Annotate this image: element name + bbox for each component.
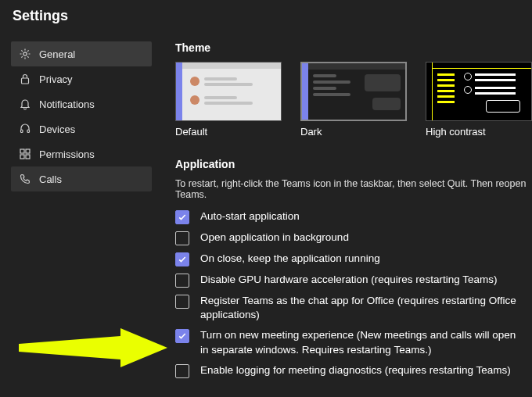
- theme-label: Default: [175, 126, 282, 138]
- theme-heading: Theme: [175, 41, 532, 54]
- svg-rect-7: [26, 155, 30, 159]
- checkbox-icon: [175, 210, 189, 224]
- headset-icon: [19, 123, 31, 135]
- checkbox-icon: [175, 252, 189, 266]
- bell-icon: [19, 98, 31, 110]
- apps-icon: [19, 148, 31, 160]
- application-heading: Application: [175, 158, 532, 170]
- svg-rect-2: [21, 130, 23, 133]
- checkbox-icon: [175, 274, 189, 288]
- theme-label: Dark: [300, 126, 407, 138]
- gear-icon: [19, 48, 31, 60]
- check-on-close-keep-running[interactable]: On close, keep the application running: [175, 252, 532, 266]
- sidebar-item-label: Devices: [39, 123, 75, 135]
- sidebar-item-label: Privacy: [39, 73, 73, 85]
- svg-rect-5: [26, 149, 30, 153]
- check-auto-start[interactable]: Auto-start application: [175, 209, 532, 224]
- lock-icon: [19, 73, 31, 85]
- check-label: Register Teams as the chat app for Offic…: [200, 294, 521, 322]
- sidebar-item-calls[interactable]: Calls: [11, 166, 152, 191]
- svg-rect-1: [22, 78, 29, 84]
- svg-rect-4: [20, 149, 24, 153]
- settings-main: Theme Default: [175, 41, 532, 397]
- check-disable-gpu[interactable]: Disable GPU hardware acceleration (requi…: [175, 273, 532, 288]
- checkbox-icon: [175, 231, 189, 245]
- check-label: Auto-start application: [200, 209, 300, 224]
- checkbox-icon: [175, 329, 189, 343]
- theme-options: Default Dark: [175, 62, 532, 138]
- svg-point-0: [23, 52, 27, 55]
- svg-rect-3: [27, 130, 30, 133]
- page-title: Settings: [13, 8, 521, 24]
- sidebar-item-label: General: [39, 48, 75, 60]
- theme-option-default[interactable]: Default: [175, 62, 282, 138]
- sidebar-item-general[interactable]: General: [11, 41, 152, 66]
- theme-option-dark[interactable]: Dark: [300, 62, 407, 138]
- theme-thumbnail-default: [175, 62, 282, 121]
- svg-rect-6: [20, 155, 24, 159]
- sidebar-item-label: Calls: [39, 173, 62, 185]
- sidebar-item-privacy[interactable]: Privacy: [11, 66, 152, 91]
- check-register-office[interactable]: Register Teams as the chat app for Offic…: [175, 294, 532, 322]
- theme-label: High contrast: [426, 126, 532, 138]
- sidebar: General Privacy Notifications Devices: [11, 41, 152, 397]
- check-new-meeting-experience[interactable]: Turn on new meeting experience (New meet…: [175, 328, 532, 356]
- checkbox-icon: [175, 364, 189, 378]
- sidebar-item-label: Notifications: [39, 98, 95, 110]
- check-label: Open application in background: [200, 231, 349, 245]
- check-label: Turn on new meeting experience (New meet…: [200, 328, 521, 356]
- check-label: Enable logging for meeting diagnostics (…: [200, 363, 511, 377]
- checkbox-icon: [175, 295, 189, 309]
- application-options: Auto-start application Open application …: [175, 209, 532, 378]
- sidebar-item-label: Permissions: [39, 148, 95, 160]
- sidebar-item-permissions[interactable]: Permissions: [11, 141, 152, 166]
- application-help-text: To restart, right-click the Teams icon i…: [175, 178, 532, 200]
- theme-option-high-contrast[interactable]: High contrast: [426, 62, 532, 138]
- check-enable-logging[interactable]: Enable logging for meeting diagnostics (…: [175, 363, 532, 378]
- phone-icon: [19, 173, 31, 185]
- sidebar-item-notifications[interactable]: Notifications: [11, 91, 152, 116]
- sidebar-item-devices[interactable]: Devices: [11, 116, 152, 141]
- check-open-background[interactable]: Open application in background: [175, 231, 532, 245]
- check-label: On close, keep the application running: [200, 252, 380, 266]
- check-label: Disable GPU hardware acceleration (requi…: [200, 273, 497, 287]
- theme-thumbnail-high-contrast: [426, 62, 532, 121]
- theme-thumbnail-dark: [300, 62, 407, 121]
